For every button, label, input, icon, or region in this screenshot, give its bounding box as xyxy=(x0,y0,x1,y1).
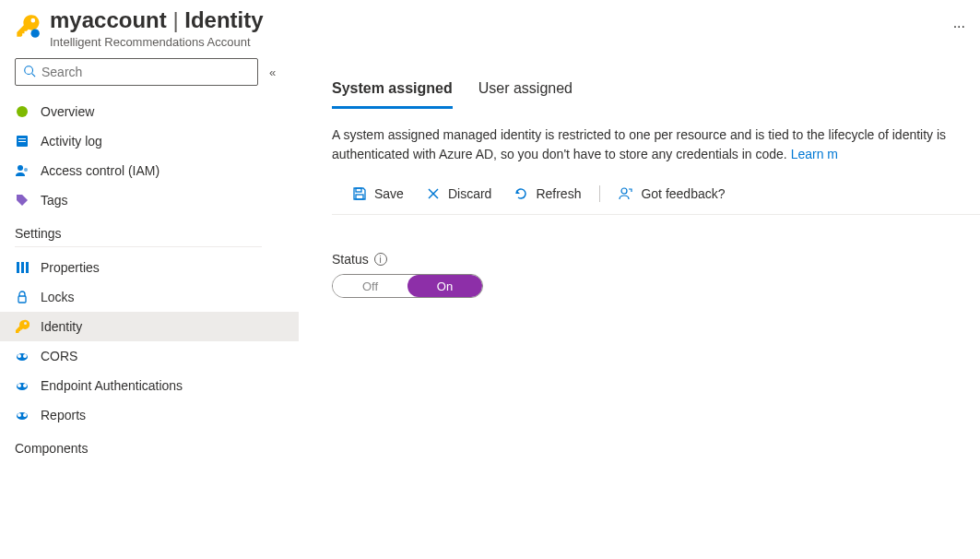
svg-rect-5 xyxy=(18,138,26,139)
svg-point-7 xyxy=(18,165,23,171)
key-icon xyxy=(15,13,41,39)
status-toggle-off[interactable]: Off xyxy=(333,275,407,297)
activity-log-icon xyxy=(15,134,30,149)
reports-icon xyxy=(15,408,30,422)
status-toggle-on[interactable]: On xyxy=(407,275,482,297)
sidebar-item-iam[interactable]: Access control (IAM) xyxy=(0,156,299,185)
svg-point-17 xyxy=(18,384,21,387)
sidebar-item-cors[interactable]: CORS xyxy=(0,341,299,371)
toolbar-separator xyxy=(599,185,600,202)
feedback-button[interactable]: Got feedback? xyxy=(608,183,736,205)
svg-point-26 xyxy=(621,188,627,194)
svg-rect-9 xyxy=(17,262,19,273)
sidebar-item-endpoint-auth[interactable]: Endpoint Authentications xyxy=(0,371,299,400)
sidebar-item-overview[interactable]: Overview xyxy=(0,97,299,126)
tabs: System assigned User assigned xyxy=(332,75,980,109)
search-icon xyxy=(23,65,36,80)
svg-point-1 xyxy=(25,65,33,74)
main-content: System assigned User assigned A system a… xyxy=(299,58,980,467)
overview-icon xyxy=(15,104,30,119)
sidebar-section-components: Components xyxy=(15,430,262,461)
learn-more-link[interactable]: Learn m xyxy=(791,147,838,161)
endpoint-icon xyxy=(15,378,30,393)
sidebar: « Overview Activity log Access control (… xyxy=(0,58,299,467)
tab-system-assigned[interactable]: System assigned xyxy=(332,75,453,109)
identity-icon xyxy=(15,319,30,334)
sidebar-item-tags[interactable]: Tags xyxy=(0,185,299,215)
svg-rect-10 xyxy=(21,262,24,273)
svg-rect-22 xyxy=(356,188,361,192)
svg-point-15 xyxy=(23,354,27,358)
svg-point-20 xyxy=(18,413,21,417)
refresh-button[interactable]: Refresh xyxy=(502,183,592,205)
sidebar-item-identity[interactable]: Identity xyxy=(0,312,299,341)
info-icon[interactable]: i xyxy=(374,253,387,266)
cors-icon xyxy=(15,349,30,363)
toolbar: Save Discard Refresh Got feedback? xyxy=(332,183,980,215)
lock-icon xyxy=(15,290,30,304)
svg-rect-23 xyxy=(356,195,363,199)
more-menu-button[interactable]: ··· xyxy=(953,18,965,35)
collapse-sidebar-button[interactable]: « xyxy=(269,65,272,79)
tags-icon xyxy=(15,193,30,208)
svg-point-21 xyxy=(23,413,27,417)
save-button[interactable]: Save xyxy=(341,183,415,205)
svg-point-14 xyxy=(18,354,21,358)
status-label: Status i xyxy=(332,252,980,267)
discard-button[interactable]: Discard xyxy=(415,183,502,205)
search-input[interactable] xyxy=(41,65,250,79)
svg-point-18 xyxy=(23,384,27,387)
status-toggle[interactable]: Off On xyxy=(332,274,483,298)
properties-icon xyxy=(15,260,30,275)
svg-point-8 xyxy=(24,168,28,172)
iam-icon xyxy=(15,163,30,178)
page-title: myaccount | Identity xyxy=(50,7,935,33)
page-subtitle: Intelligent Recommendations Account xyxy=(50,35,935,49)
svg-line-2 xyxy=(32,73,36,77)
search-box[interactable] xyxy=(15,58,258,86)
svg-point-0 xyxy=(31,30,40,38)
tab-user-assigned[interactable]: User assigned xyxy=(478,75,573,109)
sidebar-section-settings: Settings xyxy=(15,215,262,247)
svg-rect-6 xyxy=(18,141,26,142)
svg-rect-11 xyxy=(26,262,29,273)
page-header: myaccount | Identity Intelligent Recomme… xyxy=(0,0,980,58)
description-text: A system assigned managed identity is re… xyxy=(332,125,980,164)
svg-point-3 xyxy=(17,106,28,117)
sidebar-item-reports[interactable]: Reports xyxy=(0,400,299,430)
sidebar-item-properties[interactable]: Properties xyxy=(0,253,299,282)
sidebar-item-activity-log[interactable]: Activity log xyxy=(0,126,299,156)
svg-rect-12 xyxy=(18,296,26,303)
sidebar-item-locks[interactable]: Locks xyxy=(0,282,299,312)
